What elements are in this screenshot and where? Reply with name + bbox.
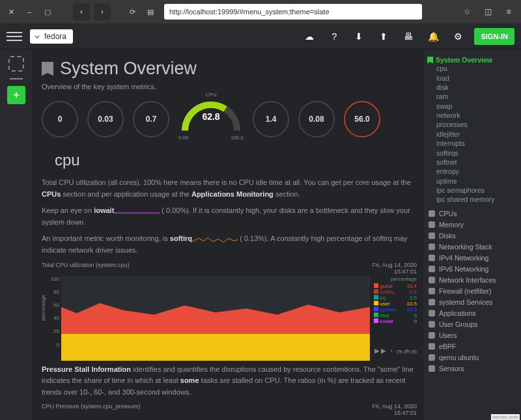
cpu-desc-2: Keep an eye on iowait ( 0.00%). If it is…	[42, 205, 417, 228]
cloud-icon[interactable]: ☁	[301, 29, 318, 44]
sidebar-item[interactable]: Disks	[425, 231, 516, 242]
section-icon	[429, 266, 435, 272]
sidebar-item[interactable]: Users	[425, 330, 516, 341]
psi-desc: Pressure Stall Information identifies an…	[42, 364, 417, 399]
sidebar-item[interactable]: IPv4 Networking	[425, 253, 516, 264]
gauge[interactable]: 56.0	[344, 101, 380, 137]
svg-marker-3	[61, 303, 370, 333]
gear-icon[interactable]: ⚙	[449, 29, 466, 44]
url-bar[interactable]: http://localhost:19999/#menu_system;them…	[164, 4, 422, 20]
print-icon[interactable]: 🖶	[400, 29, 417, 44]
legend-item[interactable]: irq0.5	[374, 295, 417, 301]
section-header: cpu	[55, 151, 417, 169]
upload-icon[interactable]: ⬆	[375, 29, 392, 44]
nav-forward-button[interactable]: ›	[94, 3, 111, 20]
sidebar-sub-item[interactable]: softnet	[425, 158, 516, 167]
app-topbar: fedora ☁ ? ⬇ ⬆ 🖶 🔔 ⚙ SIGN-IN	[0, 23, 521, 49]
bookmark-star-icon[interactable]: ☆	[458, 3, 475, 20]
signin-button[interactable]: SIGN-IN	[474, 28, 514, 45]
sidebar-sub-item[interactable]: idlejitter	[425, 130, 516, 139]
legend-item[interactable]: system18.3	[374, 307, 417, 313]
sidebar-item[interactable]: Sensors	[425, 363, 516, 374]
sparkline-icon	[114, 208, 160, 214]
sidebar-sub-item[interactable]: processes	[425, 120, 516, 129]
chart2-header: CPU Pressure (system.cpu_pressure) Fri, …	[42, 403, 417, 416]
sidebar-sub-item[interactable]: uptime	[425, 176, 516, 186]
hamburger-icon[interactable]	[7, 29, 22, 44]
sidebar-item[interactable]: Memory	[425, 219, 516, 231]
legend-item[interactable]: softirq0.5	[374, 289, 417, 295]
page-title-row: System Overview	[42, 59, 417, 79]
sidebar-item[interactable]: Network Interfaces	[425, 275, 516, 286]
menu-icon[interactable]: ≡	[500, 3, 517, 20]
sidebar-item[interactable]: IPv6 Networking	[425, 264, 516, 275]
help-icon[interactable]: ?	[326, 29, 343, 44]
sidebar-sub-item[interactable]: ipc shared memory	[425, 195, 516, 204]
gauge[interactable]: 0.08	[298, 101, 335, 137]
gauge[interactable]: 0	[42, 101, 78, 137]
gauge[interactable]: 0.03	[87, 101, 124, 137]
sparkline-icon	[192, 236, 238, 242]
section-icon	[429, 321, 435, 328]
section-icon	[429, 288, 435, 294]
sidebar-sub-item[interactable]: interrupts	[425, 139, 516, 148]
cpu-gauge[interactable]: CPU 62.8 0.00100.0	[178, 97, 244, 141]
section-icon	[429, 365, 435, 372]
section-icon	[429, 343, 435, 350]
download-icon[interactable]: ◫	[479, 3, 496, 20]
selection-tool-icon[interactable]	[8, 56, 24, 72]
gauge[interactable]: 1.4	[253, 101, 289, 137]
window-close-button[interactable]: ✕	[4, 5, 18, 19]
left-rail: +	[0, 49, 33, 420]
section-icon	[429, 232, 435, 239]
section-icon	[429, 255, 435, 261]
sidebar-item[interactable]: systemd Services	[425, 297, 516, 308]
reload-button[interactable]: ⟳	[125, 5, 139, 19]
sidebar-item[interactable]: qemu ubuntu	[425, 352, 516, 363]
nav-back-button[interactable]: ‹	[73, 3, 90, 20]
host-selector[interactable]: fedora	[30, 29, 73, 44]
sidebar-item[interactable]: Networking Stack	[425, 242, 516, 253]
legend-item[interactable]: user10.5	[374, 301, 417, 307]
sidebar-sub-item[interactable]: swap	[425, 102, 516, 111]
sidebar-item[interactable]: Applications	[425, 308, 516, 319]
window-maximize-button[interactable]: ▢	[40, 5, 55, 19]
section-icon	[429, 221, 435, 228]
bell-icon[interactable]: 🔔	[425, 29, 442, 44]
sidebar-item[interactable]: Firewall (netfilter)	[425, 286, 516, 297]
window-minimize-button[interactable]: –	[22, 5, 36, 19]
sidebar-sub-item[interactable]: softirqs	[425, 148, 516, 157]
cpu-chart[interactable]: percentage 100806040200 percentage guest…	[42, 276, 417, 348]
gauge[interactable]: 0.7	[133, 101, 169, 137]
sidebar-sub-item[interactable]: ram	[425, 92, 516, 101]
sidebar-sub-item[interactable]: load	[425, 73, 516, 82]
sidebar-sub-item[interactable]: network	[425, 111, 516, 120]
section-icon	[429, 244, 435, 250]
sidebar-system-overview[interactable]: System Overview	[425, 56, 516, 64]
section-icon	[429, 310, 435, 316]
section-icon	[429, 332, 435, 339]
chart-plot-area[interactable]	[61, 276, 370, 348]
download-icon[interactable]: ⬇	[350, 29, 367, 44]
page-subtitle: Overview of the key system metrics.	[42, 83, 417, 91]
add-button[interactable]: +	[7, 86, 25, 104]
section-icon	[429, 354, 435, 361]
sidebar-item[interactable]: User Groups	[425, 319, 516, 330]
cpu-desc-1: Total CPU utilization (all cores). 100% …	[42, 177, 417, 200]
sidebar-item[interactable]: eBPF	[425, 341, 516, 352]
rail-divider	[10, 78, 23, 79]
chart-title: CPU Pressure (system.cpu_pressure)	[42, 403, 141, 416]
gauge-label: CPU	[206, 92, 217, 98]
chart-title: Total CPU utilization (system.cpu)	[42, 262, 130, 275]
gauge-row: 0 0.03 0.7 CPU 62.8 0.00100.0 1.4 0.08 5…	[42, 97, 417, 141]
sidebar-sub-item[interactable]: entropy	[425, 167, 516, 176]
page-title: System Overview	[60, 59, 197, 79]
sidebar-sub-item[interactable]: cpu	[425, 64, 516, 73]
sidebar-item[interactable]: CPUs	[425, 208, 516, 219]
sidebar-sub-item[interactable]: disk	[425, 83, 516, 92]
legend-item[interactable]: nice0	[374, 313, 417, 318]
legend-item[interactable]: guest33.4	[374, 283, 417, 289]
sidebar-sub-item[interactable]: ipc semaphores	[425, 186, 516, 195]
reader-button[interactable]: ▤	[143, 5, 158, 19]
legend-item[interactable]: iowait0	[374, 318, 417, 324]
